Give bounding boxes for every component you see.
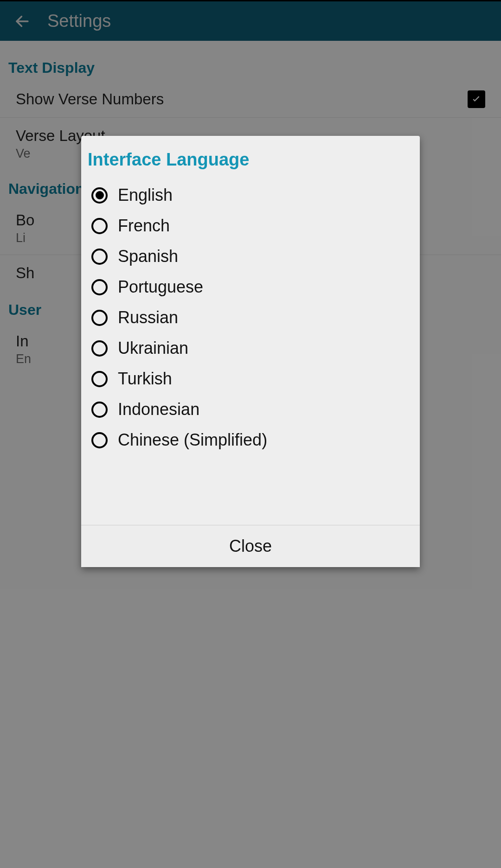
radio-label: French: [118, 216, 170, 236]
radio-icon: [91, 249, 108, 265]
radio-option-portuguese[interactable]: Portuguese: [81, 272, 420, 302]
radio-option-spanish[interactable]: Spanish: [81, 241, 420, 272]
radio-option-turkish[interactable]: Turkish: [81, 364, 420, 394]
radio-label: English: [118, 185, 173, 205]
radio-label: Russian: [118, 308, 178, 327]
radio-label: Portuguese: [118, 277, 203, 297]
radio-icon: [91, 310, 108, 326]
radio-icon: [91, 340, 108, 357]
modal-overlay[interactable]: Interface Language English French Spanis…: [0, 0, 501, 868]
radio-icon: [91, 371, 108, 387]
radio-option-russian[interactable]: Russian: [81, 302, 420, 333]
radio-icon: [91, 218, 108, 234]
interface-language-dialog: Interface Language English French Spanis…: [81, 136, 420, 567]
settings-screen: Settings Text Display Show Verse Numbers…: [0, 0, 501, 868]
radio-option-english[interactable]: English: [81, 180, 420, 211]
radio-icon: [91, 279, 108, 295]
radio-icon: [91, 432, 108, 448]
radio-option-french[interactable]: French: [81, 211, 420, 241]
radio-label: Indonesian: [118, 400, 199, 419]
dialog-title: Interface Language: [81, 136, 420, 176]
radio-label: Turkish: [118, 369, 172, 389]
radio-icon: [91, 402, 108, 418]
radio-option-chinese[interactable]: Chinese (Simplified): [81, 425, 420, 455]
close-button[interactable]: Close: [81, 525, 420, 567]
radio-label: Spanish: [118, 247, 178, 266]
radio-option-ukrainian[interactable]: Ukrainian: [81, 333, 420, 364]
radio-option-indonesian[interactable]: Indonesian: [81, 394, 420, 425]
radio-icon: [91, 187, 108, 204]
radio-label: Ukrainian: [118, 338, 188, 358]
language-radio-list: English French Spanish Portuguese Russia…: [81, 176, 420, 525]
radio-label: Chinese (Simplified): [118, 430, 267, 450]
